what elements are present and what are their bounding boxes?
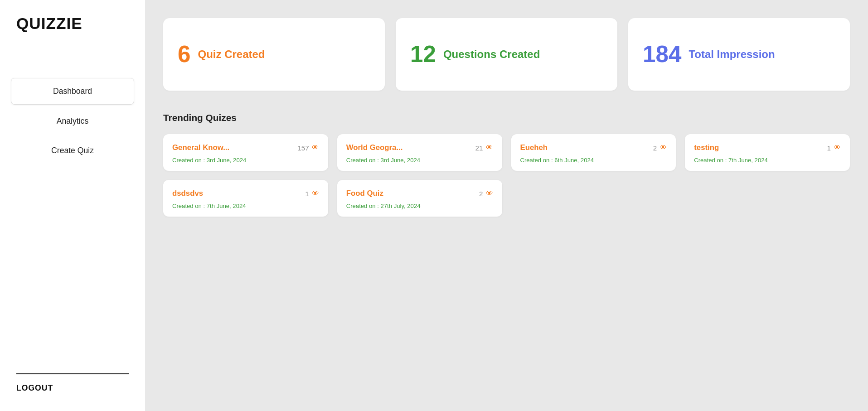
quiz-grid-row-2: dsdsdvs 1 👁 Created on : 7th June, 2024 …	[163, 180, 850, 217]
quiz-name: Eueheh	[520, 143, 548, 152]
trending-title: Trending Quizes	[163, 112, 850, 123]
quiz-card-dsdsdvs[interactable]: dsdsdvs 1 👁 Created on : 7th June, 2024	[163, 180, 328, 217]
quiz-count: 157	[297, 144, 309, 152]
quiz-count: 21	[475, 144, 483, 152]
quiz-date: Created on : 6th June, 2024	[520, 157, 667, 164]
quiz-name: World Geogra...	[346, 143, 403, 152]
quiz-card-header: General Know... 157 👁	[172, 143, 319, 152]
logout-section: LOGOUT	[0, 363, 145, 411]
quiz-card-eueheh[interactable]: Eueheh 2 👁 Created on : 6th June, 2024	[511, 134, 676, 171]
quiz-meta: 1 👁	[305, 189, 319, 198]
stat-card-quiz-created: 6 Quiz Created	[163, 18, 385, 91]
logout-divider	[16, 373, 129, 374]
quiz-date: Created on : 3rd June, 2024	[172, 157, 319, 164]
quiz-card-header: testing 1 👁	[694, 143, 841, 152]
quiz-meta: 2 👁	[479, 189, 493, 198]
quiz-card-header: Food Quiz 2 👁	[346, 189, 493, 198]
main-content: 6 Quiz Created 12 Questions Created 184 …	[145, 0, 868, 411]
quiz-date: Created on : 27th July, 2024	[346, 203, 493, 209]
quiz-grid: General Know... 157 👁 Created on : 3rd J…	[163, 134, 850, 217]
quiz-card-header: Eueheh 2 👁	[520, 143, 667, 152]
questions-created-number: 12	[410, 43, 436, 66]
quiz-name: General Know...	[172, 143, 229, 152]
sidebar-item-create-quiz[interactable]: Create Quiz	[11, 138, 134, 164]
sidebar: QUIZZIE Dashboard Analytics Create Quiz …	[0, 0, 145, 411]
eye-icon: 👁	[834, 144, 841, 152]
questions-created-label: Questions Created	[443, 48, 540, 61]
quiz-card-header: dsdsdvs 1 👁	[172, 189, 319, 198]
eye-icon: 👁	[659, 144, 667, 152]
total-impression-number: 184	[643, 43, 681, 66]
logout-button[interactable]: LOGOUT	[16, 383, 53, 393]
stat-card-questions-created: 12 Questions Created	[396, 18, 617, 91]
sidebar-item-analytics[interactable]: Analytics	[11, 108, 134, 134]
quiz-count: 1	[305, 190, 309, 198]
quiz-count: 1	[827, 144, 831, 152]
quiz-created-label: Quiz Created	[198, 48, 265, 61]
quiz-count: 2	[653, 144, 657, 152]
quiz-card-world-geogra[interactable]: World Geogra... 21 👁 Created on : 3rd Ju…	[337, 134, 502, 171]
quiz-created-number: 6	[178, 43, 190, 66]
quiz-meta: 2 👁	[653, 144, 667, 152]
quiz-card-food-quiz[interactable]: Food Quiz 2 👁 Created on : 27th July, 20…	[337, 180, 502, 217]
stats-row: 6 Quiz Created 12 Questions Created 184 …	[163, 18, 850, 91]
quiz-card-header: World Geogra... 21 👁	[346, 143, 493, 152]
quiz-date: Created on : 7th June, 2024	[694, 157, 841, 164]
eye-icon: 👁	[486, 144, 493, 152]
quiz-meta: 1 👁	[827, 144, 841, 152]
eye-icon: 👁	[312, 144, 319, 152]
quiz-name: dsdsdvs	[172, 189, 203, 198]
app-logo: QUIZZIE	[0, 0, 145, 51]
quiz-meta: 21 👁	[475, 144, 493, 152]
quiz-date: Created on : 7th June, 2024	[172, 203, 319, 209]
quiz-name: testing	[694, 143, 719, 152]
trending-section: Trending Quizes General Know... 157 👁 Cr…	[163, 112, 850, 217]
nav-menu: Dashboard Analytics Create Quiz	[0, 51, 145, 363]
quiz-card-general-know[interactable]: General Know... 157 👁 Created on : 3rd J…	[163, 134, 328, 171]
sidebar-item-dashboard[interactable]: Dashboard	[11, 78, 134, 105]
quiz-name: Food Quiz	[346, 189, 383, 198]
quiz-meta: 157 👁	[297, 144, 319, 152]
quiz-count: 2	[479, 190, 483, 198]
eye-icon: 👁	[486, 189, 493, 198]
eye-icon: 👁	[312, 189, 319, 198]
quiz-card-testing[interactable]: testing 1 👁 Created on : 7th June, 2024	[685, 134, 850, 171]
total-impression-label: Total Impression	[689, 48, 775, 61]
stat-card-total-impression: 184 Total Impression	[628, 18, 850, 91]
quiz-date: Created on : 3rd June, 2024	[346, 157, 493, 164]
quiz-grid-row-1: General Know... 157 👁 Created on : 3rd J…	[163, 134, 850, 171]
